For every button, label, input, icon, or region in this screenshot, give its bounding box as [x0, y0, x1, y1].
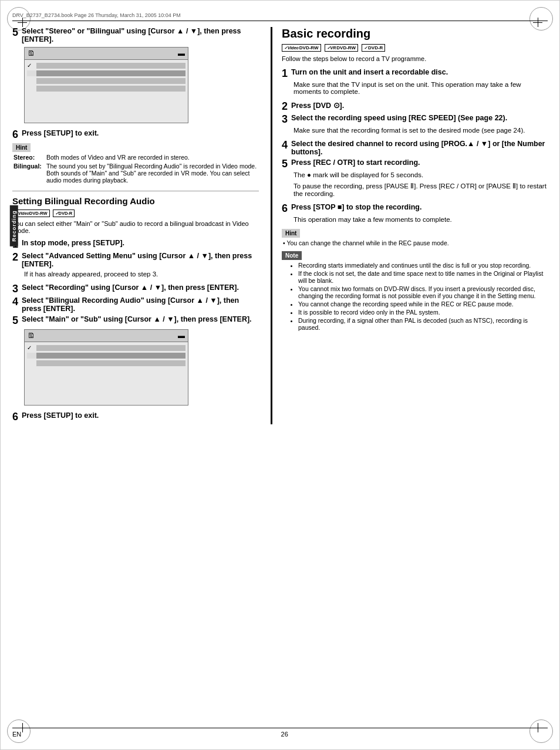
- note-item5: During recording, if a signal other than…: [298, 317, 548, 331]
- footer-left: EN: [12, 731, 21, 738]
- ss1-body: ✓: [25, 60, 188, 123]
- badge-vr-dvdrw: ✓VR DVD-RW: [325, 44, 358, 52]
- subsection-divider: [12, 191, 259, 191]
- section-title: Basic recording: [282, 27, 548, 40]
- hint-stereo-label: Stereo:: [14, 154, 43, 161]
- step6b-number: 6: [12, 411, 18, 422]
- note-item3: You cannot change the recording speed wh…: [298, 300, 548, 308]
- footer-center: 26: [281, 731, 288, 738]
- ss1-icon: 🖻: [28, 49, 35, 58]
- step5-heading: 5 Select "Stereo" or "Bilingual" using […: [12, 27, 259, 43]
- step6-text: Press [SETUP] to exit.: [22, 129, 99, 137]
- step5-number: 5: [12, 27, 18, 38]
- hint-bilingual-label: Bilingual:: [14, 163, 43, 184]
- right-hint-content: • You can change the channel while in th…: [282, 239, 548, 246]
- sub-step3-text: Select "Recording" using [Cursor ▲ / ▼],…: [22, 283, 239, 292]
- right-intro: Follow the steps below to record a TV pr…: [282, 55, 548, 62]
- hint-content: Stereo: Both modes of Video and VR are r…: [12, 154, 259, 184]
- ss1-line2: [36, 70, 185, 76]
- sub-step3-heading: 3 Select "Recording" using [Cursor ▲ / ▼…: [12, 283, 259, 294]
- right-step3-body: Make sure that the recording format is s…: [282, 127, 548, 134]
- ss1-row2: [27, 70, 185, 76]
- ss2-header: 🖻 ▬: [25, 330, 188, 342]
- sub-step3-num: 3: [12, 283, 18, 294]
- main-content: Recording 5 Select "Stereo" or "Bilingua…: [12, 27, 548, 424]
- right-step4-heading: 4 Select the desired channel to record u…: [282, 140, 548, 156]
- ss2-row2: [27, 353, 185, 359]
- right-step3-num: 3: [282, 114, 288, 124]
- hint-row-stereo: Stereo: Both modes of Video and VR are r…: [14, 154, 259, 161]
- subsection-badges: ✓Video DVD-RW ✓ DVD-R: [12, 210, 259, 217]
- hint-row-bilingual: Bilingual: The sound you set by "Bilingu…: [14, 163, 259, 184]
- hint-section: Hint Stereo: Both modes of Video and VR …: [12, 143, 259, 184]
- right-step6-body: This operation may take a few moments to…: [282, 216, 548, 223]
- header-bar: DRV_B2737_B2734.book Page 26 Thursday, M…: [12, 12, 548, 21]
- ss2-check1: ✓: [27, 344, 34, 351]
- ss1-check1: ✓: [27, 62, 34, 69]
- footer: EN 26: [12, 728, 548, 738]
- sub-step4-heading: 4 Select "Bilingual Recording Audio" usi…: [12, 296, 259, 313]
- ss2-icon: 🖻: [28, 332, 35, 340]
- badge-dvdr: ✓ DVD-R: [53, 210, 75, 217]
- sub-step1-text: In stop mode, press [SETUP].: [22, 239, 124, 247]
- dvd-badges: ✓Video DVD-RW ✓VR DVD-RW ✓ DVD-R: [282, 44, 548, 52]
- screenshot-box-2: 🖻 ▬ ✓: [24, 329, 188, 406]
- note-item1: If the clock is not set, the date and ti…: [298, 270, 548, 284]
- page-container: DRV_B2737_B2734.book Page 26 Thursday, M…: [0, 0, 560, 750]
- sub-step2-text: Select "Advanced Setting Menu" using [Cu…: [22, 252, 259, 268]
- right-step1-heading: 1 Turn on the unit and insert a recordab…: [282, 68, 548, 79]
- hint-stereo-text: Both modes of Video and VR are recorded …: [46, 154, 190, 161]
- hint-bilingual-text: The sound you set by "Bilingual Recordin…: [46, 163, 259, 184]
- subsection-title: Setting Bilingual Recording Audio: [12, 196, 259, 206]
- right-step2-num: 2: [282, 101, 288, 112]
- right-step3-text: Select the recording speed using [REC SP…: [291, 114, 507, 122]
- badge-dvdr-right: ✓ DVD-R: [362, 44, 385, 52]
- screenshot-box-1: 🖻 ▬ ✓: [24, 47, 188, 123]
- right-step5-num: 5: [282, 158, 288, 169]
- right-hint-item0: • You can change the channel while in th…: [283, 239, 548, 246]
- right-step4-text: Select the desired channel to record usi…: [291, 140, 548, 156]
- right-step4-num: 4: [282, 140, 288, 150]
- ss1-row3: [27, 78, 185, 84]
- sub-step2-heading: 2 Select "Advanced Setting Menu" using […: [12, 252, 259, 268]
- ss2-row1: ✓: [27, 344, 185, 351]
- sub-step5-text: Select "Main" or "Sub" using [Cursor ▲ /…: [22, 315, 252, 323]
- step6b-text: Press [SETUP] to exit.: [22, 411, 99, 420]
- ss2-line1: [36, 345, 185, 351]
- note-item2: You cannot mix two formats on DVD-RW dis…: [298, 285, 548, 299]
- sub-step2-body: If it has already appeared, proceed to s…: [12, 271, 259, 278]
- right-step1-text: Turn on the unit and insert a recordable…: [291, 68, 448, 76]
- right-step6-heading: 6 Press [STOP ■] to stop the recording.: [282, 203, 548, 214]
- right-step5-body: The ● mark will be displayed for 5 secon…: [282, 171, 548, 197]
- right-step1-num: 1: [282, 68, 288, 79]
- right-hint-label: Hint: [282, 229, 300, 238]
- ss2-row3: [27, 360, 185, 366]
- right-hint-section: Hint • You can change the channel while …: [282, 229, 548, 246]
- right-note-label: Note: [282, 251, 302, 260]
- right-step2-text: Press [DVD ⊙].: [291, 101, 344, 110]
- ss1-line3: [36, 78, 185, 84]
- sub-step5-num: 5: [12, 315, 18, 326]
- right-step6-num: 6: [282, 203, 288, 214]
- sub-step5-heading: 5 Select "Main" or "Sub" using [Cursor ▲…: [12, 315, 259, 326]
- note-item0: Recording starts immediately and continu…: [298, 262, 548, 269]
- subsection-intro: You can select either "Main" or "Sub" au…: [12, 220, 259, 234]
- right-step1-body: Make sure that the TV input is set on th…: [282, 81, 548, 95]
- right-step5-text: Press [REC / OTR] to start recording.: [291, 158, 420, 167]
- step5-text: Select "Stereo" or "Bilingual" using [Cu…: [22, 27, 259, 43]
- right-column: Basic recording ✓Video DVD-RW ✓VR DVD-RW…: [271, 27, 548, 424]
- hint-label: Hint: [12, 143, 31, 152]
- right-note-content: Recording starts immediately and continu…: [282, 262, 548, 331]
- sub-step1-heading: 1 In stop mode, press [SETUP].: [12, 239, 259, 249]
- ss2-line3: [36, 360, 185, 366]
- recording-side-tab: Recording: [10, 205, 18, 246]
- step6-number: 6: [12, 129, 18, 140]
- ss1-row4: [27, 86, 185, 92]
- right-step6-text: Press [STOP ■] to stop the recording.: [291, 203, 421, 211]
- note-item4: It is possible to record video only in t…: [298, 309, 548, 316]
- ss1-header: 🖻 ▬: [25, 48, 188, 60]
- right-step2-heading: 2 Press [DVD ⊙].: [282, 101, 548, 112]
- step6-heading: 6 Press [SETUP] to exit.: [12, 129, 259, 140]
- left-column: Recording 5 Select "Stereo" or "Bilingua…: [12, 27, 259, 424]
- ss1-line4: [36, 86, 185, 92]
